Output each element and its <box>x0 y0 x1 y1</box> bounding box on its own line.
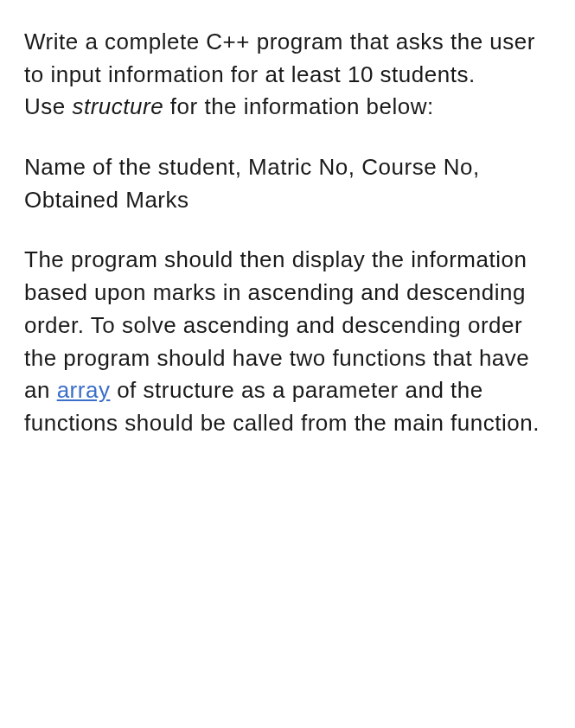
text-intro: Write a complete C++ program that asks t… <box>24 29 535 87</box>
text-structure-emphasis: structure <box>72 93 163 119</box>
paragraph-3: The program should then display the info… <box>24 244 551 439</box>
paragraph-2: Name of the student, Matric No, Course N… <box>24 151 551 216</box>
text-use: Use <box>24 93 72 119</box>
text-for-info: for the information below: <box>163 93 434 119</box>
document-body: Write a complete C++ program that asks t… <box>24 26 551 440</box>
paragraph-1: Write a complete C++ program that asks t… <box>24 26 551 124</box>
text-struct-fields: Name of the student, Matric No, Course N… <box>24 154 480 213</box>
array-link[interactable]: array <box>57 377 111 403</box>
